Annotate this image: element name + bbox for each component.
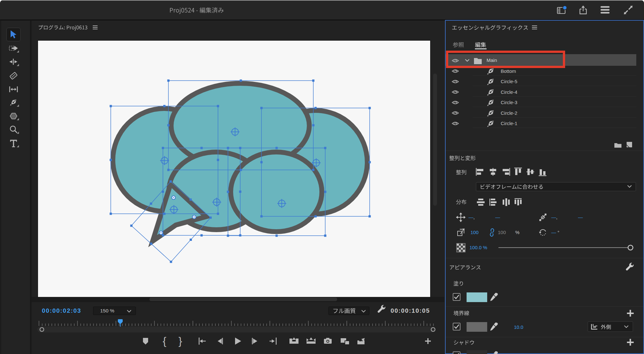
- svg-text:}: }: [178, 335, 182, 347]
- svg-text:{: {: [163, 335, 166, 347]
